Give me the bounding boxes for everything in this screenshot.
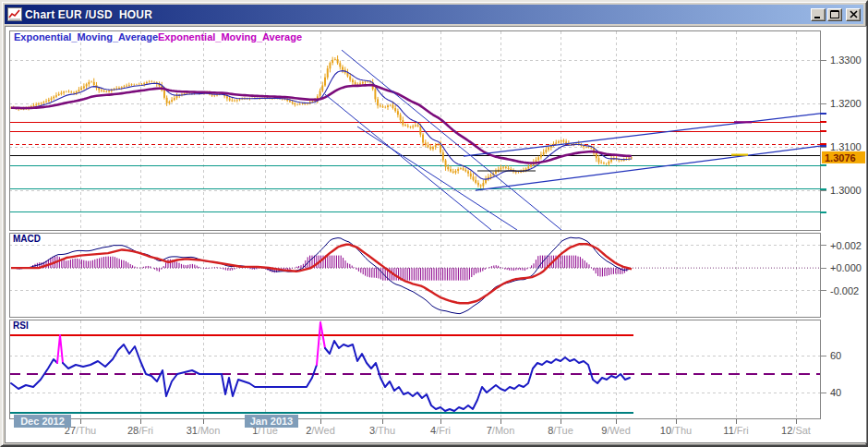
app-window: Chart EUR /USD HOUR 1.33001.32001.31001.… — [0, 0, 868, 447]
date-label: 7/Mon — [487, 425, 515, 436]
maximize-button[interactable] — [827, 8, 842, 21]
maximize-icon — [830, 10, 839, 18]
date-label: 9/Wed — [601, 425, 631, 436]
chart-client-area: 1.33001.32001.31001.3000+0.002+0.000-0.0… — [5, 26, 867, 443]
legend-item: Exponential_Moving_Average — [14, 31, 158, 42]
axis-label: 60 — [830, 350, 841, 361]
date-label: 3/Thu — [369, 425, 395, 436]
title-bar[interactable]: Chart EUR /USD HOUR — [5, 5, 863, 24]
app-icon — [7, 7, 22, 21]
date-label: 28/Fri — [127, 425, 153, 436]
minimize-button[interactable] — [811, 8, 826, 21]
chart-canvas[interactable]: 1.33001.32001.31001.3000+0.002+0.000-0.0… — [6, 27, 866, 442]
legend-item: Exponential_Moving_Average — [158, 31, 302, 42]
axis-label: 1.3000 — [830, 185, 862, 196]
axis-label: +0.000 — [830, 262, 862, 273]
window-title: Chart EUR /USD HOUR — [25, 8, 811, 21]
date-label: 10/Thu — [660, 425, 692, 436]
window-controls — [811, 8, 861, 21]
month-marker-label: Dec 2012 — [20, 416, 65, 427]
rsi-panel-label: RSI — [13, 320, 29, 331]
macd-panel-label: MACD — [13, 234, 41, 244]
axis-label: 1.3300 — [830, 54, 862, 66]
minimize-icon — [814, 10, 823, 18]
date-label: 12/Sat — [781, 425, 811, 436]
close-button[interactable] — [846, 8, 861, 21]
axis-label: 40 — [830, 387, 841, 398]
axis-label: -0.002 — [830, 285, 859, 296]
current-price-label: 1.3076 — [825, 152, 856, 163]
date-label: 11/Fri — [723, 425, 748, 436]
date-label: 31/Mon — [187, 425, 221, 436]
close-icon — [850, 10, 858, 18]
axis-label: +0.002 — [830, 240, 862, 251]
date-label: 4/Fri — [430, 425, 451, 436]
date-label: 8/Tue — [548, 425, 573, 436]
axis-label: 1.3200 — [830, 98, 862, 109]
month-marker-label: Jan 2013 — [250, 416, 293, 427]
date-label: 2/Wed — [306, 425, 335, 436]
axis-label: 1.3100 — [830, 141, 862, 152]
